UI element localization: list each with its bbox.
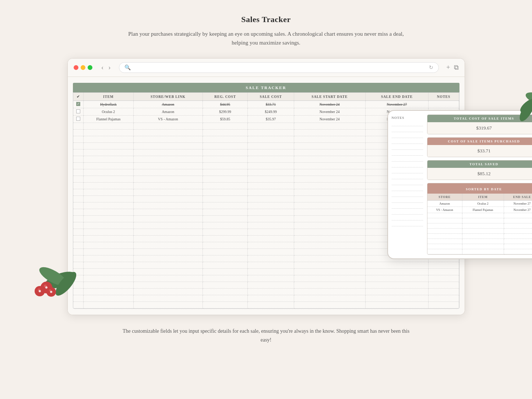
cell-sale_start: November 24 xyxy=(294,108,365,116)
empty-row xyxy=(73,289,459,295)
sale-tracker-header: SALE TRACKER xyxy=(73,83,459,92)
col-sale-end: SALE END DATE xyxy=(365,93,429,101)
sorted-empty-row xyxy=(427,218,532,223)
svg-point-19 xyxy=(38,289,40,291)
sorted-empty-row xyxy=(427,213,532,218)
stat-card-label-0: TOTAL COST OF SALE ITEMS xyxy=(427,115,532,122)
sorted-table-row: AmazonOculus 2November 27 xyxy=(427,201,532,207)
cell-reg_cost: $44.95 xyxy=(202,101,247,108)
cell-sale_cost: $35.97 xyxy=(248,116,294,123)
cell-sale_end: November 27 xyxy=(365,101,429,108)
svg-point-18 xyxy=(44,285,47,287)
cell-store: VS - Amazon xyxy=(133,116,202,123)
traffic-light-yellow[interactable] xyxy=(81,65,85,70)
empty-row xyxy=(73,282,459,289)
cell-sale_cost: $33.71 xyxy=(248,101,294,108)
empty-row xyxy=(73,302,459,308)
empty-row xyxy=(73,269,459,275)
cell-store: Amazon xyxy=(133,101,202,108)
col-notes: NOTES xyxy=(429,93,459,101)
cell-sale_cost: $249.99 xyxy=(248,108,294,116)
nav-buttons: ‹ › xyxy=(100,64,113,72)
stat-card-1: COST OF SALE ITEMS PURCHASED$33.71 xyxy=(427,137,532,157)
svg-point-1 xyxy=(524,90,532,109)
checkbox-cell[interactable] xyxy=(73,101,84,108)
col-item: ITEM xyxy=(84,93,134,101)
checkbox-cell[interactable] xyxy=(73,108,84,116)
page-subtitle: Plan your purchases strategically by kee… xyxy=(123,29,410,47)
traffic-light-red[interactable] xyxy=(74,65,78,70)
browser-toolbar: ‹ › 🔍 ↻ + ⧉ xyxy=(68,59,465,77)
browser-window: ‹ › 🔍 ↻ + ⧉ SALE TRACKER ✔ ITEM STORE/WE… xyxy=(67,58,465,315)
tablet-content: NOTES TOTAL COST OF SALE ITEMS$319.67COS… xyxy=(388,111,532,258)
footer-text: The customizable fields let you input sp… xyxy=(123,327,410,345)
stat-card-0: TOTAL COST OF SALE ITEMS$319.67 xyxy=(427,114,532,134)
sorted-col-item: ITEM xyxy=(462,194,504,201)
svg-point-23 xyxy=(50,291,52,293)
table-row: HydroflaskAmazon$44.95$33.71November 24N… xyxy=(73,101,459,108)
address-input[interactable] xyxy=(134,65,426,70)
sorted-table: STOREITEMEND SALE AmazonOculus 2November… xyxy=(427,194,532,254)
sorted-table-row: VS - AmazonFlannel PajamasNovember 27 xyxy=(427,207,532,213)
stat-card-label-2: TOTAL SAVED xyxy=(427,160,532,168)
empty-row xyxy=(73,275,459,282)
svg-point-22 xyxy=(39,290,41,292)
cell-sale_start: November 24 xyxy=(294,101,365,108)
svg-point-20 xyxy=(49,289,51,292)
stat-card-label-1: COST OF SALE ITEMS PURCHASED xyxy=(427,138,532,145)
page-title: Sales Tracker xyxy=(241,15,291,24)
duplicate-icon[interactable]: ⧉ xyxy=(454,64,459,71)
stat-cards-container: TOTAL COST OF SALE ITEMS$319.67COST OF S… xyxy=(427,114,532,180)
sorted-empty-row xyxy=(427,234,532,239)
sorted-empty-row xyxy=(427,244,532,249)
sorted-col-end-sale: END SALE xyxy=(504,194,532,201)
cell-item: Flannel Pajamas xyxy=(84,116,134,123)
back-button[interactable]: ‹ xyxy=(100,64,105,72)
cell-item: Oculus 2 xyxy=(84,108,134,116)
forward-button[interactable]: › xyxy=(107,64,112,72)
tablet-overlay: NOTES TOTAL COST OF SALE ITEMS$319.67COS… xyxy=(387,110,532,259)
empty-row xyxy=(73,295,459,302)
svg-point-15 xyxy=(40,282,52,293)
cell-sale_start: November 24 xyxy=(294,116,365,123)
stat-card-2: TOTAL SAVED$85.12 xyxy=(427,160,532,180)
search-icon: 🔍 xyxy=(124,64,131,71)
col-check: ✔ xyxy=(73,93,84,101)
svg-point-17 xyxy=(46,287,56,297)
cell-reg_cost: $299.99 xyxy=(202,108,247,116)
sorted-col-store: STORE xyxy=(427,194,462,201)
toolbar-right: + ⧉ xyxy=(446,64,458,71)
col-reg-cost: REG. COST xyxy=(202,93,247,101)
sorted-table-title: SORTED BY DATE xyxy=(466,187,502,191)
cell-store: Amazon xyxy=(133,108,202,116)
sorted-empty-row xyxy=(427,249,532,254)
traffic-light-green[interactable] xyxy=(88,65,92,70)
sorted-empty-row xyxy=(427,223,532,229)
stat-card-value-2: $85.12 xyxy=(427,168,532,180)
checkbox-cell[interactable] xyxy=(73,116,84,123)
reload-icon[interactable]: ↻ xyxy=(429,64,433,71)
cell-notes xyxy=(429,101,459,108)
stat-card-value-1: $33.71 xyxy=(427,145,532,157)
add-tab-icon[interactable]: + xyxy=(446,64,450,71)
empty-row xyxy=(73,262,459,269)
cell-reg_cost: $59.85 xyxy=(202,116,247,123)
stat-card-value-0: $319.67 xyxy=(427,122,532,134)
sorted-table-wrapper: SORTED BY DATE STOREITEMEND SALE AmazonO… xyxy=(427,183,532,255)
col-sale-start: SALE START DATE xyxy=(294,93,365,101)
notes-col-label: NOTES xyxy=(392,114,425,120)
col-sale-cost: SALE COST xyxy=(248,93,294,101)
traffic-lights xyxy=(74,65,92,70)
svg-point-21 xyxy=(45,286,47,289)
sorted-empty-row xyxy=(427,229,532,234)
svg-point-13 xyxy=(36,264,69,289)
svg-point-16 xyxy=(35,286,45,296)
col-store: STORE/WEB LINK xyxy=(133,93,202,101)
address-bar[interactable]: 🔍 ↻ xyxy=(119,62,439,73)
cell-item: Hydroflask xyxy=(84,101,134,108)
sorted-empty-row xyxy=(427,239,532,244)
